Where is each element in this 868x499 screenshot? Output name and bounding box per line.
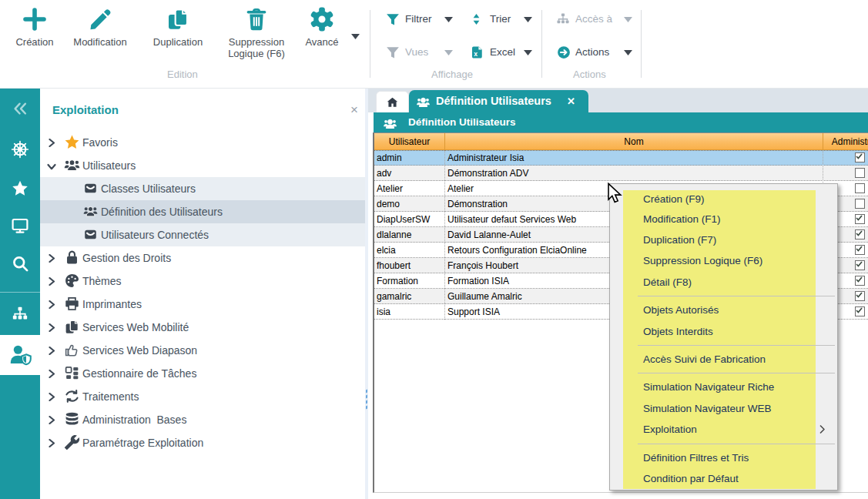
svg-text:x: x <box>474 50 478 58</box>
